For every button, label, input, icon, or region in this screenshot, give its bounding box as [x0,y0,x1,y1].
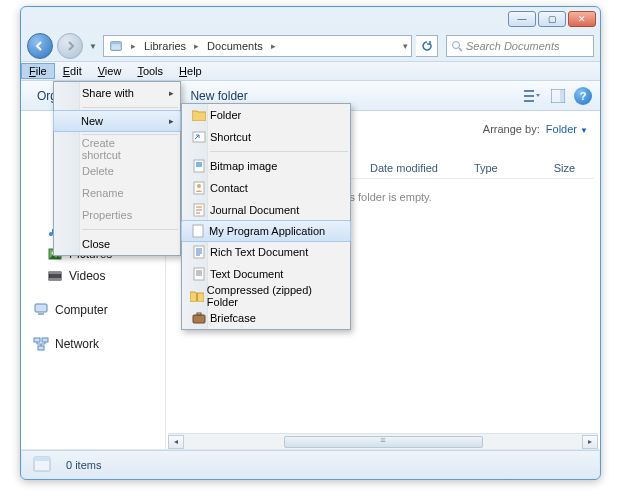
file-menu-sharewith[interactable]: Share with▸ [54,82,180,104]
menu-help[interactable]: Help [171,63,210,79]
svg-rect-15 [38,313,44,315]
scroll-track[interactable] [184,435,582,449]
menu-view[interactable]: View [90,63,130,79]
scroll-right[interactable]: ▸ [582,435,598,449]
new-submenu: Folder Shortcut Bitmap image Contact Jou… [181,103,351,330]
new-zip[interactable]: Compressed (zipped) Folder [182,285,350,307]
svg-point-2 [453,42,460,49]
breadcrumb-libraries[interactable]: Libraries [139,36,191,56]
txt-icon [188,267,210,281]
svg-rect-14 [35,304,47,312]
scroll-thumb[interactable] [284,436,483,448]
new-myprogram[interactable]: My Program Application [181,220,351,242]
svg-rect-1 [111,42,122,45]
search-box[interactable]: Search Documents [446,35,594,57]
menu-tools[interactable]: Tools [129,63,171,79]
sidebar-network[interactable]: Network [25,333,165,355]
scroll-left[interactable]: ◂ [168,435,184,449]
breadcrumb-root-icon[interactable] [104,36,128,56]
new-folder[interactable]: Folder [182,104,350,126]
shortcut-icon [188,131,210,143]
new-shortcut[interactable]: Shortcut [182,126,350,148]
search-icon [451,40,463,52]
svg-rect-31 [193,315,205,323]
col-size[interactable]: Size [546,159,583,178]
menu-file[interactable]: File [21,63,55,79]
svg-point-25 [197,184,201,188]
explorer-window: — ▢ ✕ ▼ ▸ Libraries ▸ Documents ▸ ▾ [20,6,601,480]
new-briefcase[interactable]: Briefcase [182,307,350,329]
breadcrumb-sep[interactable]: ▸ [191,41,202,51]
svg-rect-5 [524,95,534,97]
svg-rect-23 [196,162,202,167]
nav-bar: ▼ ▸ Libraries ▸ Documents ▸ ▾ Search Doc… [21,31,600,61]
sidebar-videos[interactable]: Videos [25,265,165,287]
breadcrumb-documents[interactable]: Documents [202,36,268,56]
col-date[interactable]: Date modified [362,159,446,178]
sidebar-label: Videos [69,269,105,283]
titlebar: — ▢ ✕ [21,7,600,31]
svg-rect-20 [34,457,50,461]
address-dropdown[interactable]: ▾ [400,41,411,51]
new-txt[interactable]: Text Document [182,263,350,285]
help-button[interactable]: ? [574,87,592,105]
file-menu-properties: Properties [54,204,180,226]
svg-rect-4 [524,90,534,92]
new-rtf[interactable]: Rich Text Document [182,241,350,263]
new-contact[interactable]: Contact [182,177,350,199]
sidebar-label: Computer [55,303,108,317]
briefcase-icon [188,312,210,324]
file-menu-close[interactable]: Close [54,233,180,255]
file-menu-createshortcut: Create shortcut [54,138,180,160]
back-button[interactable] [27,33,53,59]
forward-button[interactable] [57,33,83,59]
arrange-by[interactable]: Arrange by: Folder ▼ [483,123,588,135]
file-menu-delete: Delete [54,160,180,182]
refresh-button[interactable] [416,35,438,57]
maximize-button[interactable]: ▢ [538,11,566,27]
rtf-icon [188,245,210,259]
file-menu: Share with▸ New▸ Create shortcut Delete … [53,81,181,256]
menu-edit[interactable]: Edit [55,63,90,79]
svg-rect-8 [560,90,564,102]
breadcrumb-sep[interactable]: ▸ [128,41,139,51]
svg-rect-17 [42,338,48,342]
col-type[interactable]: Type [466,159,506,178]
network-icon [33,336,49,352]
menu-bar: File Edit View Tools Help [21,61,600,81]
svg-rect-16 [34,338,40,342]
folder-icon [188,109,210,121]
breadcrumb-sep[interactable]: ▸ [268,41,279,51]
contact-icon [188,181,210,195]
status-text: 0 items [66,459,101,471]
nav-history-dropdown[interactable]: ▼ [87,42,99,51]
file-menu-new[interactable]: New▸ [53,110,181,132]
svg-rect-18 [38,346,44,350]
address-bar[interactable]: ▸ Libraries ▸ Documents ▸ ▾ [103,35,412,57]
horizontal-scrollbar[interactable]: ◂ ▸ [168,433,598,449]
sidebar-label: Network [55,337,99,351]
svg-rect-27 [193,225,203,237]
view-mode-button[interactable] [522,86,542,106]
status-bar: 0 items [22,450,599,478]
svg-rect-6 [524,100,534,102]
minimize-button[interactable]: — [508,11,536,27]
journal-icon [188,203,210,217]
videos-icon [47,268,63,284]
bitmap-icon [188,159,210,173]
search-placeholder: Search Documents [466,40,560,52]
svg-rect-28 [194,246,204,258]
svg-rect-13 [49,278,61,280]
svg-line-3 [459,48,462,51]
svg-rect-32 [197,313,201,315]
new-bitmap[interactable]: Bitmap image [182,155,350,177]
sidebar-computer[interactable]: Computer [25,299,165,321]
file-menu-rename: Rename [54,182,180,204]
close-button[interactable]: ✕ [568,11,596,27]
svg-rect-30 [196,293,198,301]
status-icon [30,454,58,476]
file-icon [187,224,209,238]
computer-icon [33,302,49,318]
new-journal[interactable]: Journal Document [182,199,350,221]
preview-pane-button[interactable] [548,86,568,106]
